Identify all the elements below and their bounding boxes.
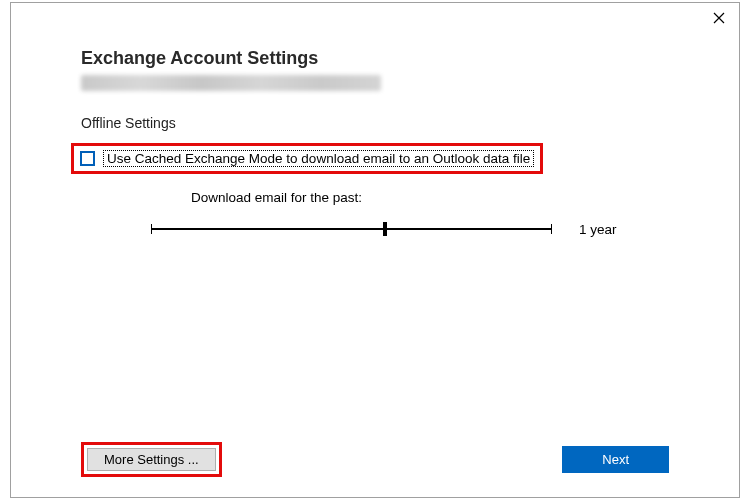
titlebar xyxy=(11,3,739,33)
download-slider-row: 1 year xyxy=(151,219,669,239)
close-button[interactable] xyxy=(709,9,729,29)
download-past-label: Download email for the past: xyxy=(191,190,669,205)
content-area: Exchange Account Settings Offline Settin… xyxy=(11,33,739,239)
slider-value-label: 1 year xyxy=(579,222,617,237)
slider-thumb[interactable] xyxy=(383,222,387,236)
slider-tick xyxy=(551,224,552,234)
page-title: Exchange Account Settings xyxy=(81,48,669,69)
more-settings-button[interactable]: More Settings ... xyxy=(87,448,216,471)
close-icon xyxy=(713,12,725,27)
cached-mode-label-focus: Use Cached Exchange Mode to download ema… xyxy=(103,150,534,167)
account-email-redacted xyxy=(81,75,381,91)
footer: More Settings ... Next xyxy=(81,442,669,477)
cached-mode-checkbox[interactable] xyxy=(80,151,95,166)
download-period-slider[interactable] xyxy=(151,219,551,239)
offline-settings-label: Offline Settings xyxy=(81,115,669,131)
cached-mode-highlight: Use Cached Exchange Mode to download ema… xyxy=(71,143,543,174)
more-settings-highlight: More Settings ... xyxy=(81,442,222,477)
slider-track xyxy=(151,228,551,230)
slider-tick xyxy=(151,224,152,234)
dialog-window: Exchange Account Settings Offline Settin… xyxy=(10,2,740,498)
cached-mode-label: Use Cached Exchange Mode to download ema… xyxy=(107,151,530,166)
next-button[interactable]: Next xyxy=(562,446,669,473)
